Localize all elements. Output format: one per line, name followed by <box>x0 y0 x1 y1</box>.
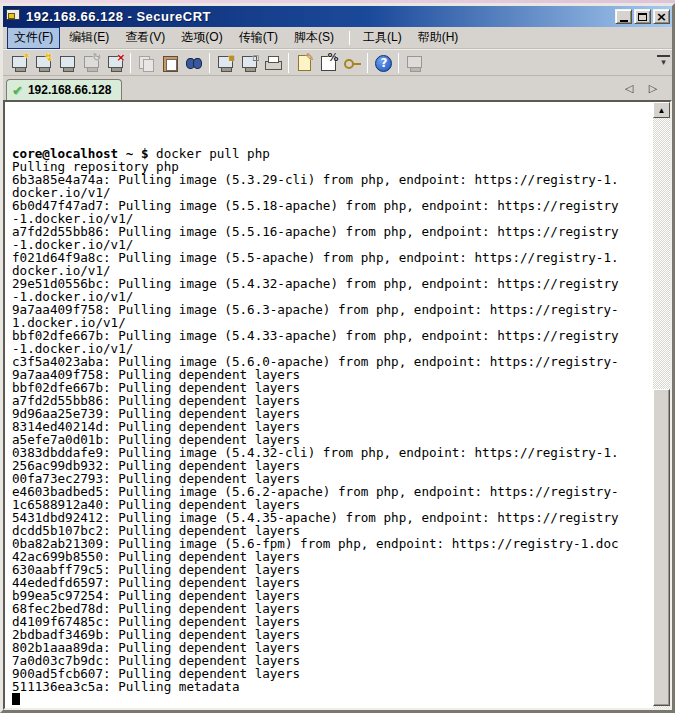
title-bar[interactable]: 192.168.66.128 - SecureCRT × <box>3 6 672 27</box>
global-options-icon[interactable]: % <box>316 52 340 74</box>
menu-item-script[interactable]: 脚本(S) <box>287 27 341 49</box>
session-tab[interactable]: ✔ 192.168.66.128 <box>6 79 122 100</box>
connect-icon[interactable]: * <box>7 52 31 74</box>
menu-item-tools[interactable]: 工具(L) <box>356 27 409 49</box>
app-icon <box>6 9 22 24</box>
tab-scroll-right-button[interactable]: ▷ <box>646 82 660 95</box>
disconnect-icon[interactable]: × <box>103 52 127 74</box>
find-icon[interactable] <box>182 52 206 74</box>
session-tab-label: 192.168.66.128 <box>28 83 111 97</box>
quick-connect-icon[interactable]: ↯ <box>31 52 55 74</box>
clone-session-icon[interactable]: ▫ <box>237 52 261 74</box>
close-button[interactable]: × <box>653 9 670 24</box>
menu-bar: 文件(F)编辑(E)查看(V)选项(O)传输(T)脚本(S)工具(L)帮助(H) <box>3 27 672 49</box>
toolbar-separator <box>209 53 210 73</box>
minimize-button[interactable] <box>615 9 632 24</box>
maximize-button[interactable] <box>634 9 651 24</box>
terminal-screen[interactable]: core@localhost ~ $ docker pull phpPullin… <box>3 100 672 710</box>
copy-icon <box>134 52 158 74</box>
tab-scroll-left-button[interactable]: ◁ <box>622 82 636 95</box>
menu-item-view[interactable]: 查看(V) <box>118 27 172 49</box>
terminal-cursor <box>12 693 20 705</box>
terminal-line <box>12 108 653 121</box>
scrollbar-thumb[interactable] <box>653 389 670 706</box>
toolbar-overflow-button[interactable]: ▾ <box>657 55 670 68</box>
securecrt-window: 192.168.66.128 - SecureCRT × 文件(F)编辑(E)查… <box>0 3 675 713</box>
terminal-line <box>12 693 653 706</box>
connected-status-icon: ✔ <box>12 83 23 98</box>
help-icon[interactable]: ? <box>371 52 395 74</box>
tab-bar: ✔ 192.168.66.128 ◁ ▷ <box>3 76 672 100</box>
terminal-line <box>12 121 653 134</box>
toolbar-separator <box>288 53 289 73</box>
connect-in-tab-icon[interactable] <box>55 52 79 74</box>
scroll-up-icon[interactable]: ▲ <box>653 102 670 118</box>
vertical-scrollbar[interactable]: ▲ <box>653 102 670 708</box>
terminal-output: core@localhost ~ $ docker pull phpPullin… <box>5 102 653 708</box>
reconnect-icon: ↻ <box>79 52 103 74</box>
toolbar-separator <box>130 53 131 73</box>
print-icon[interactable] <box>261 52 285 74</box>
menu-item-transfer[interactable]: 传输(T) <box>232 27 285 49</box>
session-options-icon[interactable]: ✎ <box>292 52 316 74</box>
window-title: 192.168.66.128 - SecureCRT <box>26 9 613 24</box>
fullscreen-icon <box>402 52 426 74</box>
menu-separator <box>349 31 350 45</box>
toolbar-separator <box>398 53 399 73</box>
menu-item-file[interactable]: 文件(F) <box>7 27 60 49</box>
menu-item-options[interactable]: 选项(O) <box>174 27 229 49</box>
menu-item-edit[interactable]: 编辑(E) <box>62 27 116 49</box>
session-log-icon[interactable]: ▪ <box>213 52 237 74</box>
key-agent-icon[interactable] <box>340 52 364 74</box>
terminal-line: 511136ea3c5a: Pulling metadata <box>12 680 653 693</box>
paste-icon[interactable] <box>158 52 182 74</box>
menu-item-help[interactable]: 帮助(H) <box>411 27 466 49</box>
toolbar: *↯↻×▪▫✎%?▾ <box>3 49 672 76</box>
toolbar-separator <box>367 53 368 73</box>
